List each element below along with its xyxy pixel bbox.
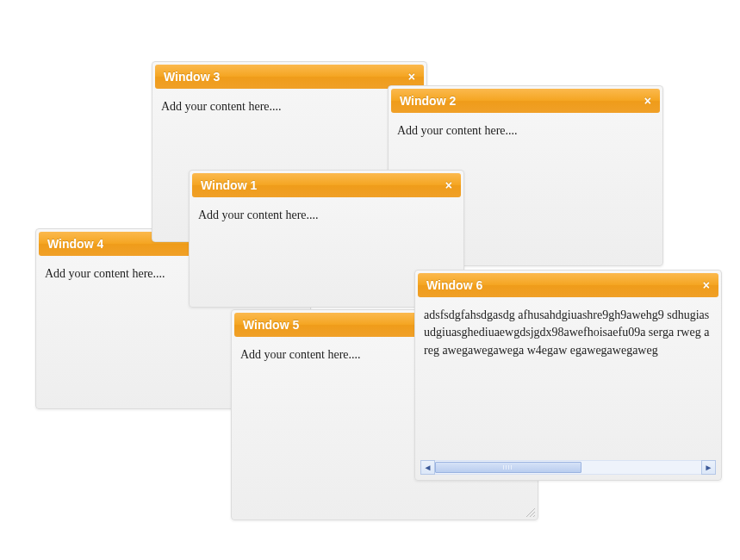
window-6-title: Window 6 [426, 278, 482, 292]
scrollbar-thumb[interactable] [435, 462, 581, 473]
window-1-content-text: Add your content here.... [198, 207, 455, 224]
window-3-content-text: Add your content here.... [161, 98, 418, 115]
window-1-content: Add your content here.... [190, 200, 463, 233]
window-2-titlebar[interactable]: Window 2 × [391, 89, 660, 113]
resize-handle-icon[interactable] [524, 506, 536, 518]
scroll-right-icon[interactable]: ► [701, 460, 716, 475]
scrollbar-track[interactable] [435, 460, 701, 475]
svg-line-2 [533, 515, 535, 517]
horizontal-scrollbar[interactable]: ◄ ► [420, 460, 716, 475]
window-2-title: Window 2 [400, 94, 456, 108]
window-5-title: Window 5 [243, 318, 299, 332]
window-1-titlebar[interactable]: Window 1 × [192, 173, 461, 197]
window-6-content-text: adsfsdgfahsdgasdg afhusahdgiuashre9gh9aw… [424, 307, 712, 359]
window-3-titlebar[interactable]: Window 3 × [155, 65, 424, 89]
window-1-title: Window 1 [201, 178, 257, 192]
window-3-content: Add your content here.... [152, 91, 426, 124]
close-icon[interactable]: × [444, 179, 454, 191]
window-6-content: adsfsdgfahsdgasdg afhusahdgiuashre9gh9aw… [415, 300, 721, 383]
window-3-title: Window 3 [164, 70, 220, 84]
scroll-left-icon[interactable]: ◄ [420, 460, 435, 475]
close-icon[interactable]: × [643, 95, 653, 107]
close-icon[interactable]: × [407, 71, 417, 83]
window-6-titlebar[interactable]: Window 6 × [418, 273, 718, 297]
window-2-content-text: Add your content here.... [397, 122, 654, 140]
window-2-content: Add your content here.... [389, 115, 662, 148]
window-4-title: Window 4 [47, 237, 103, 251]
close-icon[interactable]: × [701, 279, 712, 291]
window-6[interactable]: Window 6 × adsfsdgfahsdgasdg afhusahdgiu… [414, 270, 722, 481]
